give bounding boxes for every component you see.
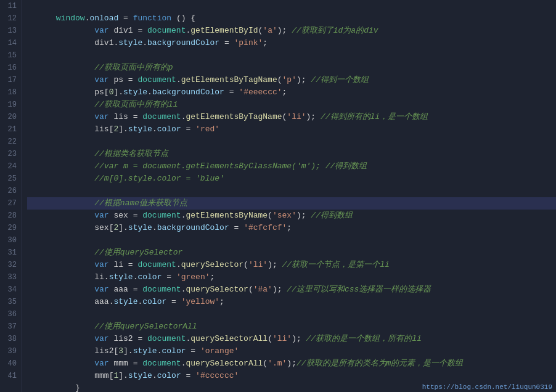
line-num-32: 32	[2, 259, 17, 271]
line-num-21: 21	[2, 123, 17, 136]
line-num-38: 38	[2, 333, 17, 345]
line-num-24: 24	[2, 160, 17, 173]
line-num-41: 41	[2, 370, 17, 382]
code-area: window.onload = function () { var div1 =…	[22, 0, 556, 392]
line-numbers: 11 12 13 14 15 16 17 18 19 20 21 22 23 2…	[0, 0, 22, 392]
line-num-26: 26	[2, 185, 17, 197]
line-num-33: 33	[2, 271, 17, 284]
code-line-26: //根据name值来获取节点	[27, 185, 556, 197]
line-num-18: 18	[2, 86, 17, 99]
line-num-23: 23	[2, 148, 17, 160]
line-num-29: 29	[2, 222, 17, 234]
code-line-30: //使用querySelector	[27, 234, 556, 247]
code-line-11: window.onload = function () {	[27, 0, 556, 12]
code-line-36: //使用querySelectorAll	[27, 308, 556, 321]
line-num-14: 14	[2, 37, 17, 49]
code-editor: 11 12 13 14 15 16 17 18 19 20 21 22 23 2…	[0, 0, 556, 392]
url-bar: https://blog.csdn.net/liuqun0319	[419, 382, 556, 392]
code-line-15: //获取页面中所有的p	[27, 49, 556, 62]
line-num-12: 12	[2, 12, 17, 25]
code-line-22: //根据类名获取节点	[27, 136, 556, 148]
line-num-20: 20	[2, 111, 17, 123]
line-num-28: 28	[2, 210, 17, 222]
line-num-37: 37	[2, 321, 17, 333]
line-num-30: 30	[2, 234, 17, 247]
line-num-15: 15	[2, 49, 17, 62]
line-num-11: 11	[2, 0, 17, 12]
line-num-16: 16	[2, 62, 17, 74]
line-num-31: 31	[2, 247, 17, 259]
line-num-25: 25	[2, 173, 17, 185]
line-num-39: 39	[2, 345, 17, 357]
line-num-35: 35	[2, 296, 17, 308]
line-num-19: 19	[2, 99, 17, 111]
line-num-36: 36	[2, 308, 17, 321]
line-num-17: 17	[2, 74, 17, 86]
line-num-13: 13	[2, 25, 17, 37]
line-num-40: 40	[2, 357, 17, 370]
line-num-27: 27	[2, 197, 17, 210]
line-num-34: 34	[2, 284, 17, 296]
line-num-22: 22	[2, 136, 17, 148]
